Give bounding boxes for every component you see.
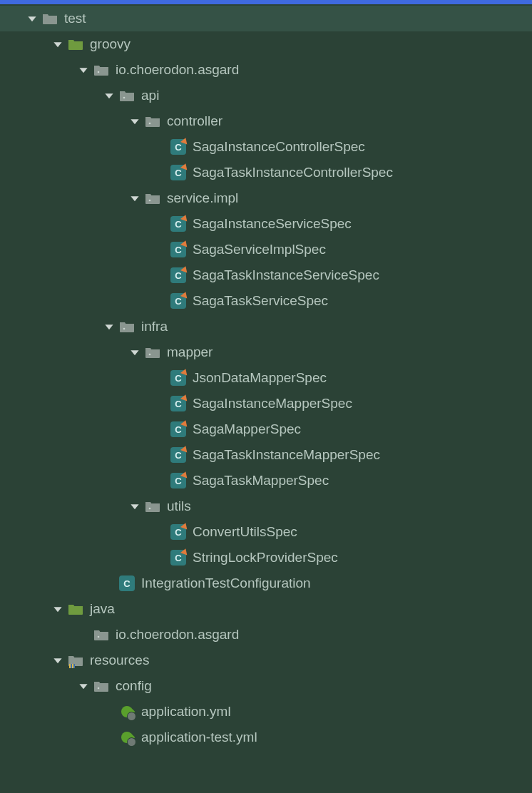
tree-label: api (141, 88, 159, 103)
chevron-down-icon[interactable] (103, 89, 116, 102)
tree-label: JsonDataMapperSpec (193, 370, 327, 386)
tree-file[interactable]: C SagaInstanceControllerSpec (0, 134, 532, 160)
chevron-down-icon[interactable] (128, 115, 141, 128)
chevron-down-icon[interactable] (77, 680, 90, 692)
tree-file[interactable]: CSagaTaskInstanceServiceSpec (0, 262, 532, 288)
tree-folder-test[interactable]: test (0, 6, 532, 31)
tree-label: SagaTaskMapperSpec (193, 473, 329, 488)
tree-label: controller (167, 113, 222, 129)
tree-file[interactable]: CSagaServiceImplSpec (0, 237, 532, 262)
tree-file[interactable]: C SagaTaskInstanceControllerSpec (0, 160, 532, 185)
tree-file[interactable]: application-test.yml (0, 725, 532, 750)
tree-package-config[interactable]: config (0, 673, 532, 699)
svg-point-2 (149, 123, 151, 125)
package-icon (144, 344, 161, 361)
tree-label: config (116, 678, 152, 694)
tree-package-infra[interactable]: infra (0, 314, 532, 339)
chevron-down-icon[interactable] (128, 346, 141, 359)
tree-package-utils[interactable]: utils (0, 493, 532, 519)
tree-package-api[interactable]: api (0, 83, 532, 108)
chevron-down-icon[interactable] (77, 63, 90, 76)
tree-label: application.yml (141, 704, 231, 720)
package-icon (144, 190, 161, 207)
tree-package-mapper[interactable]: mapper (0, 339, 532, 365)
tree-label: SagaInstanceServiceSpec (193, 216, 352, 232)
class-icon: C (170, 267, 187, 284)
tree-label: resources (90, 653, 149, 668)
tree-file[interactable]: CSagaInstanceMapperSpec (0, 391, 532, 416)
tree-folder-groovy[interactable]: groovy (0, 31, 532, 57)
class-icon: C (170, 421, 187, 438)
tree-label: groovy (90, 36, 131, 52)
tree-label: io.choerodon.asgard (116, 62, 239, 78)
class-icon: C (118, 575, 135, 592)
tree-label: SagaMapperSpec (193, 421, 301, 437)
tree-label: service.impl (167, 190, 238, 206)
project-tree[interactable]: test groovy io.choerodon.asgard api (0, 4, 532, 750)
source-folder-icon (67, 36, 84, 53)
tree-label: java (90, 601, 115, 617)
tree-file[interactable]: application.yml (0, 699, 532, 725)
svg-point-4 (123, 328, 126, 330)
tree-label: SagaTaskInstanceControllerSpec (193, 165, 393, 180)
tree-package-service-impl[interactable]: service.impl (0, 185, 532, 211)
tree-label: SagaTaskInstanceServiceSpec (193, 267, 379, 283)
tree-file[interactable]: CJsonDataMapperSpec (0, 365, 532, 391)
tree-label: application-test.yml (141, 730, 257, 745)
class-icon: C (170, 241, 187, 258)
tree-label: infra (141, 319, 168, 334)
source-folder-icon (67, 600, 84, 618)
tree-label: SagaInstanceMapperSpec (193, 396, 352, 411)
tree-label: StringLockProviderSpec (193, 550, 338, 566)
class-icon: C (170, 472, 187, 489)
tree-file[interactable]: CSagaMapperSpec (0, 416, 532, 442)
tree-package-controller[interactable]: controller (0, 108, 532, 134)
tree-package[interactable]: io.choerodon.asgard (0, 622, 532, 648)
tree-label: IntegrationTestConfiguration (141, 575, 311, 591)
package-icon (118, 318, 135, 335)
tree-file[interactable]: C IntegrationTestConfiguration (0, 571, 532, 596)
class-icon: C (170, 215, 187, 232)
chevron-down-icon[interactable] (51, 38, 64, 51)
svg-point-5 (149, 354, 151, 356)
package-icon (93, 677, 110, 695)
package-icon (144, 498, 161, 515)
class-icon: C (170, 395, 187, 412)
svg-point-1 (123, 97, 126, 99)
tree-package[interactable]: io.choerodon.asgard (0, 57, 532, 83)
chevron-down-icon[interactable] (51, 654, 64, 667)
class-icon: C (170, 138, 187, 155)
class-icon: C (170, 164, 187, 181)
svg-point-8 (98, 687, 100, 690)
spring-config-icon (118, 729, 135, 746)
chevron-down-icon[interactable] (128, 192, 141, 205)
tree-folder-resources[interactable]: resources (0, 648, 532, 673)
tree-file[interactable]: CSagaInstanceServiceSpec (0, 211, 532, 237)
tree-file[interactable]: CSagaTaskInstanceMapperSpec (0, 442, 532, 468)
package-icon (118, 87, 135, 104)
tree-file[interactable]: CStringLockProviderSpec (0, 545, 532, 571)
resources-folder-icon (67, 652, 84, 669)
svg-point-3 (149, 200, 151, 202)
tree-label: ConvertUtilsSpec (193, 524, 297, 540)
tree-file[interactable]: CSagaTaskMapperSpec (0, 468, 532, 493)
class-icon: C (170, 549, 187, 566)
svg-point-6 (149, 508, 151, 510)
tree-file[interactable]: CSagaTaskServiceSpec (0, 288, 532, 314)
tree-file[interactable]: CConvertUtilsSpec (0, 519, 532, 545)
tree-label: io.choerodon.asgard (116, 627, 239, 643)
package-icon (144, 113, 161, 130)
package-icon (93, 626, 110, 643)
class-icon: C (170, 369, 187, 387)
chevron-down-icon[interactable] (103, 320, 116, 333)
tree-label: SagaInstanceControllerSpec (193, 139, 365, 155)
svg-point-0 (98, 71, 100, 73)
package-icon (93, 61, 110, 78)
tree-folder-java[interactable]: java (0, 596, 532, 622)
class-icon: C (170, 292, 187, 309)
tree-label: mapper (167, 344, 213, 360)
chevron-down-icon[interactable] (128, 500, 141, 513)
chevron-down-icon[interactable] (26, 12, 39, 25)
chevron-down-icon[interactable] (51, 603, 64, 615)
svg-point-7 (98, 636, 100, 638)
